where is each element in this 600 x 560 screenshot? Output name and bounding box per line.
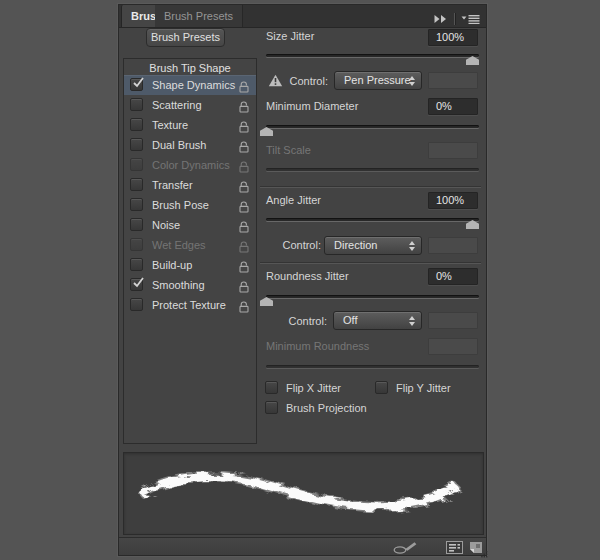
size-control-dropdown[interactable]: Pen Pressure [334, 71, 422, 90]
minimum-diameter-slider[interactable] [266, 125, 479, 128]
updown-arrows-icon [409, 76, 415, 86]
angle-control-extra-field [428, 237, 478, 254]
tab-brush-presets[interactable]: Brush Presets [155, 5, 243, 27]
checkbox-checked[interactable] [130, 78, 143, 91]
angle-jitter-slider[interactable] [266, 218, 479, 221]
roundness-control-dropdown[interactable]: Off [333, 311, 422, 330]
checkbox[interactable] [130, 178, 143, 191]
angle-jitter-slider-thumb[interactable] [466, 220, 479, 229]
roundness-jitter-label: Roundness Jitter [266, 269, 349, 283]
flip-x-jitter-label: Flip X Jitter [286, 381, 341, 395]
flip-x-jitter-checkbox[interactable] [265, 381, 278, 394]
warning-icon [268, 73, 283, 91]
list-item-texture[interactable]: Texture [124, 115, 256, 135]
tilt-scale-value [428, 142, 478, 159]
angle-control-label: Control: [275, 238, 321, 252]
angle-control-dropdown[interactable]: Direction [324, 236, 422, 255]
list-item-build-up[interactable]: Build-up [124, 255, 256, 275]
minimum-roundness-slider [266, 365, 479, 368]
roundness-jitter-slider[interactable] [266, 295, 479, 298]
panel-menu-icon[interactable] [461, 10, 480, 28]
roundness-control-extra-field [428, 312, 478, 329]
checkbox[interactable] [130, 198, 143, 211]
checkbox[interactable] [130, 218, 143, 231]
minimum-diameter-value[interactable]: 0% [428, 98, 478, 115]
size-jitter-slider[interactable] [266, 54, 479, 57]
panel-footer [119, 537, 486, 555]
unlock-icon[interactable] [239, 299, 249, 317]
tilt-scale-label: Tilt Scale [266, 143, 311, 157]
checkbox[interactable] [130, 258, 143, 271]
list-item-transfer[interactable]: Transfer [124, 175, 256, 195]
list-item-color-dynamics: Color Dynamics [124, 155, 256, 175]
updown-arrows-icon [409, 316, 415, 326]
list-item-scattering[interactable]: Scattering [124, 95, 256, 115]
roundness-jitter-slider-thumb[interactable] [260, 297, 273, 306]
list-item-brush-tip-shape[interactable]: Brush Tip Shape [124, 60, 256, 76]
roundness-control-label: Control: [281, 314, 327, 328]
minimum-diameter-slider-thumb[interactable] [260, 127, 273, 136]
list-item-wet-edges: Wet Edges [124, 235, 256, 255]
checkbox[interactable] [130, 298, 143, 311]
checkbox-disabled [130, 238, 143, 251]
checkbox-checked[interactable] [130, 278, 143, 291]
collapse-panel-icon[interactable] [433, 10, 448, 28]
checkbox[interactable] [130, 98, 143, 111]
size-control-label: Control: [282, 74, 328, 88]
brush-stroke-image [124, 453, 483, 534]
section-divider [260, 262, 481, 263]
checkbox-disabled [130, 158, 143, 171]
checkbox[interactable] [130, 118, 143, 131]
angle-jitter-value[interactable]: 100% [428, 192, 478, 209]
list-item-dual-brush[interactable]: Dual Brush [124, 135, 256, 155]
roundness-jitter-value[interactable]: 0% [428, 268, 478, 285]
size-jitter-slider-thumb[interactable] [466, 56, 479, 65]
resize-grip-icon[interactable] [481, 544, 488, 560]
list-item-noise[interactable]: Noise [124, 215, 256, 235]
angle-jitter-label: Angle Jitter [266, 193, 321, 207]
brush-projection-label: Brush Projection [286, 401, 367, 415]
brush-stroke-icon[interactable] [393, 540, 418, 558]
panel-tab-bar: Brush Brush Presets [119, 5, 486, 28]
brush-stroke-preview [123, 452, 484, 535]
checkbox[interactable] [130, 138, 143, 151]
tilt-scale-slider [266, 168, 479, 171]
list-item-protect-texture[interactable]: Protect Texture [124, 295, 256, 315]
brush-panel: Brush Brush Presets Brush Presets Brush … [118, 4, 487, 556]
brush-presets-button[interactable]: Brush Presets [146, 28, 225, 47]
brush-projection-checkbox[interactable] [265, 401, 278, 414]
section-divider [260, 186, 481, 187]
list-item-smoothing[interactable]: Smoothing [124, 275, 256, 295]
size-control-extra-field [428, 72, 478, 89]
size-jitter-value[interactable]: 100% [428, 29, 478, 46]
size-jitter-label: Size Jitter [266, 29, 314, 43]
minimum-roundness-value [428, 338, 478, 355]
minimum-roundness-label: Minimum Roundness [266, 339, 369, 353]
list-item-brush-pose[interactable]: Brush Pose [124, 195, 256, 215]
flip-y-jitter-checkbox[interactable] [375, 381, 388, 394]
brush-options-list: Brush Tip Shape Shape Dynamics Scatterin… [123, 58, 257, 444]
flip-y-jitter-label: Flip Y Jitter [396, 381, 451, 395]
list-item-shape-dynamics[interactable]: Shape Dynamics [124, 75, 256, 95]
tabbar-separator [454, 13, 455, 25]
updown-arrows-icon [409, 241, 415, 251]
preset-manager-icon[interactable] [446, 540, 463, 558]
minimum-diameter-label: Minimum Diameter [266, 99, 358, 113]
